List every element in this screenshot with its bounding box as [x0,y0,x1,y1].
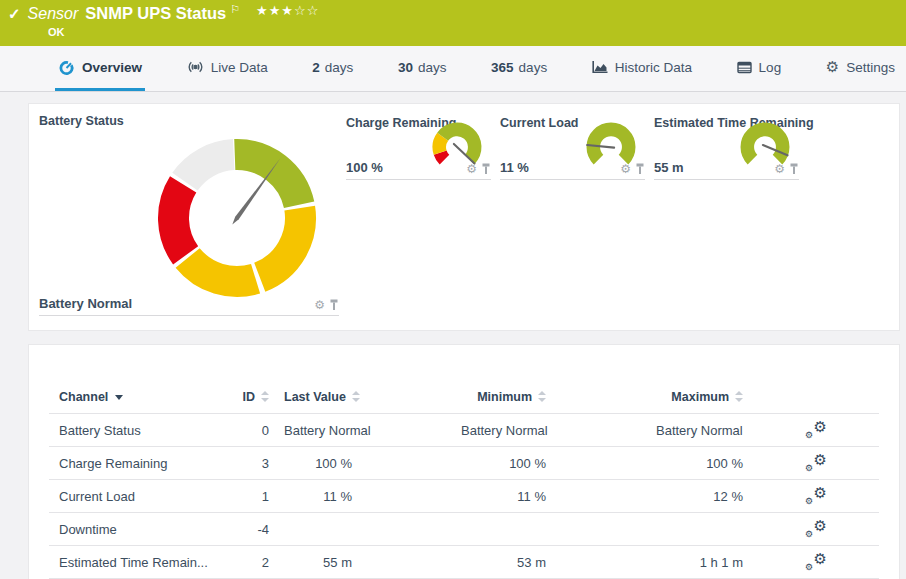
gauges-panel: Battery Status Battery Normal ⚙ [28,103,900,331]
stars-empty: ☆☆ [294,3,319,18]
maximum-value: 12 % [656,489,743,504]
channel-id: -4 [219,522,269,537]
current-load-widget: Current Load 11 % ⚙ [500,116,645,182]
gauge-icon [58,59,75,76]
tab-number: 2 [312,60,320,75]
channel-id: 1 [219,489,269,504]
battery-status-value: Battery Normal [39,296,132,311]
tab-label: days [519,60,548,75]
overview-content: Battery Status Battery Normal ⚙ [28,103,900,579]
maximum-value: 100 % [656,456,743,471]
column-header-id[interactable]: ID [219,390,269,404]
status-badge: OK [48,26,65,38]
table-row-estimated-time: Estimated Time Remain... 2 55 m 53 m 1 h… [49,546,879,579]
minimum-value: 11 % [461,489,546,504]
tab-overview[interactable]: Overview [55,46,145,91]
column-header-maximum[interactable]: Maximum [656,390,743,404]
battery-status-title: Battery Status [39,114,124,128]
column-header-minimum[interactable]: Minimum [461,390,546,404]
estimated-time-widget: Estimated Time Remaining 55 m ⚙ [654,116,799,182]
column-header-channel[interactable]: Channel [59,390,219,404]
channel-settings-icon[interactable]: ⚙⚙ [805,454,827,472]
gear-icon[interactable]: ⚙ [314,300,325,310]
area-chart-icon [592,60,608,74]
channel-id: 0 [219,423,269,438]
channel-name: Downtime [59,522,219,537]
table-row-battery-status: Battery Status 0 Battery Normal Battery … [49,414,879,447]
status-check-icon: ✓ [8,5,21,23]
channel-name: Estimated Time Remain... [59,555,219,570]
pin-icon[interactable] [789,163,799,175]
maximum-value: Battery Normal [656,423,743,438]
column-header-last-value[interactable]: Last Value [284,390,352,404]
channels-table: Channel ID Last Value Minimum [28,344,900,579]
channel-name: Current Load [59,489,219,504]
channel-name: Charge Remaining [59,456,219,471]
minimum-value: Battery Normal [461,423,546,438]
table-row-current-load: Current Load 1 11 % 11 % 12 % ⚙⚙ [49,480,879,513]
tab-bar: Overview Live Data 2 days 30 days 365 [0,46,906,92]
sort-desc-icon [115,395,123,400]
charge-remaining-gauge [432,120,482,170]
channel-id: 3 [219,456,269,471]
tab-label: days [418,60,447,75]
flag-icon[interactable]: ⚐ [230,3,240,16]
table-row-charge-remaining: Charge Remaining 3 100 % 100 % 100 % ⚙⚙ [49,447,879,480]
page-title: SNMP UPS Status [85,4,226,23]
battery-status-gauge [152,133,322,303]
sensor-header: ✓ Sensor SNMP UPS Status ⚐ ★★★☆☆ OK [0,0,906,46]
tab-historic-data[interactable]: Historic Data [589,46,695,91]
tab-label: days [325,60,354,75]
pin-icon[interactable] [481,163,491,175]
channel-settings-icon[interactable]: ⚙⚙ [805,520,827,538]
channel-id: 2 [219,555,269,570]
estimated-time-gauge [740,120,790,170]
gear-icon: ⚙ [826,58,839,76]
tab-label: Live Data [211,60,268,75]
pin-icon[interactable] [635,163,645,175]
log-icon [737,61,752,74]
last-value: 11 % [284,489,352,504]
pin-icon[interactable] [329,299,339,311]
sort-icon [735,391,743,403]
tab-number: 365 [491,60,514,75]
sensor-kind-label: Sensor [28,5,79,23]
current-load-gauge [586,120,636,170]
charge-remaining-widget: Charge Remaining 100 % ⚙ [346,116,491,182]
broadcast-icon [187,60,204,74]
prtg-sensor-page: ✓ Sensor SNMP UPS Status ⚐ ★★★☆☆ OK Over… [0,0,906,579]
tab-label: Historic Data [615,60,692,75]
channel-settings-icon[interactable]: ⚙⚙ [805,553,827,571]
maximum-value: 1 h 1 m [656,555,743,570]
stars-filled: ★★★ [256,3,294,18]
tab-settings[interactable]: ⚙ Settings [823,46,898,91]
priority-stars[interactable]: ★★★☆☆ [256,3,319,18]
tab-30-days[interactable]: 30 days [395,46,450,91]
sort-icon [538,391,546,403]
battery-status-value-row: Battery Normal ⚙ [39,296,339,316]
tab-label: Log [759,60,782,75]
last-value: 55 m [284,555,352,570]
charge-remaining-value: 100 % [346,160,383,175]
sort-icon [261,391,269,403]
last-value: 100 % [284,456,352,471]
channel-name: Battery Status [59,423,219,438]
channel-settings-icon[interactable]: ⚙⚙ [805,421,827,439]
table-header-row: Channel ID Last Value Minimum [49,381,879,414]
tab-number: 30 [398,60,413,75]
sort-icon [352,391,360,403]
tab-365-days[interactable]: 365 days [488,46,550,91]
tab-label: Overview [82,60,142,75]
tab-2-days[interactable]: 2 days [309,46,356,91]
last-value: Battery Normal [284,423,352,438]
estimated-time-value: 55 m [654,160,684,175]
tab-label: Settings [846,60,895,75]
channel-settings-icon[interactable]: ⚙⚙ [805,487,827,505]
minimum-value: 53 m [461,555,546,570]
tab-live-data[interactable]: Live Data [184,46,271,91]
minimum-value: 100 % [461,456,546,471]
current-load-value: 11 % [500,160,529,175]
tab-log[interactable]: Log [734,46,785,91]
table-row-downtime: Downtime -4 ⚙⚙ [49,513,879,546]
